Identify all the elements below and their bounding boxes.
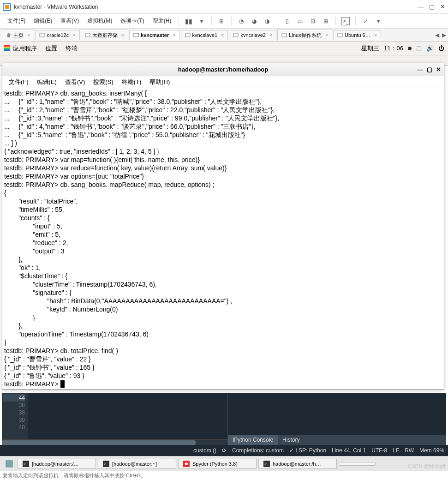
status-mode: RW — [405, 447, 414, 454]
pause-icon[interactable]: ▮▮ — [185, 17, 193, 25]
terminal-window: hadoop@master:/home/hadoop — ▢ ✕ 文件(F) 编… — [2, 63, 444, 390]
line-number: 39 — [3, 416, 25, 424]
tab-ipython-console[interactable]: IPython Console — [228, 435, 278, 445]
svg-rect-7 — [282, 33, 287, 37]
tab-next-icon[interactable]: ▶ — [442, 32, 446, 38]
cursor-icon — [60, 380, 65, 388]
line-number: 44 — [3, 394, 25, 402]
vmware-menubar: 文件(F) 编辑(E) 查看(V) 虚拟机(M) 选项卡(T) 帮助(H) ▮▮… — [0, 14, 448, 29]
vm-icon — [281, 32, 287, 38]
terminal-title-text: hadoop@master:/home/hadoop — [178, 66, 268, 73]
spyder-panels: 44 38 38 39 40 IPython Console History — [2, 393, 446, 445]
tab-bigdata[interactable]: 大数据存储 × — [81, 30, 128, 41]
network-icon[interactable]: ⬚ — [416, 45, 422, 52]
menu-tabs[interactable]: 选项卡(T) — [117, 15, 148, 27]
term-menu-search[interactable]: 搜索(S) — [90, 77, 117, 87]
tab-history[interactable]: History — [278, 435, 304, 445]
close-icon[interactable]: × — [374, 32, 377, 38]
console-tabs: IPython Console History — [228, 435, 446, 445]
send-keys-icon[interactable]: ⊞ — [217, 17, 226, 25]
status-completions[interactable]: Completions: custom — [232, 447, 284, 454]
status-lsp[interactable]: LSP: Python — [289, 447, 326, 454]
terminal-maximize-button[interactable]: ▢ — [427, 66, 432, 73]
tab-home[interactable]: 主页 × — [2, 30, 34, 41]
svg-rect-10 — [4, 47, 10, 48]
tab-ubuntu[interactable]: Ubuntu 6… × — [333, 30, 381, 40]
close-icon[interactable]: × — [27, 32, 30, 38]
maximize-button[interactable]: ▢ — [429, 3, 435, 10]
show-desktop-icon[interactable] — [3, 460, 16, 468]
tab-oracle12c[interactable]: oracle12c × — [35, 30, 79, 40]
volume-icon[interactable]: 🔊 — [426, 45, 434, 52]
tab-label: kvncmaster — [141, 32, 169, 38]
horizontal-scrollbar[interactable] — [2, 439, 227, 445]
term-menu-help[interactable]: 帮助(H) — [146, 77, 173, 87]
dropdown-icon[interactable]: ▾ — [197, 17, 206, 25]
menu-help[interactable]: 帮助(H) — [149, 15, 175, 27]
close-icon[interactable]: × — [325, 32, 328, 38]
scrollbar-thumb[interactable] — [2, 440, 196, 445]
fullscreen-icon[interactable]: ⤢ — [361, 17, 370, 25]
close-icon[interactable]: × — [173, 32, 175, 38]
tab-kvncslave1[interactable]: kvncslave1 × — [181, 30, 228, 40]
terminal-titlebar[interactable]: hadoop@master:/home/hadoop — ▢ ✕ — [2, 63, 444, 76]
gnome-terminal[interactable]: 终端 — [66, 44, 78, 53]
tab-kvncslave2[interactable]: kvncslave2 × — [229, 30, 276, 40]
menu-vm[interactable]: 虚拟机(M) — [84, 15, 116, 27]
minimize-button[interactable]: — — [418, 3, 424, 10]
vmware-icon — [3, 3, 11, 11]
status-eol[interactable]: LF — [393, 447, 399, 454]
tab-label: Ubuntu 6… — [345, 32, 370, 38]
task-terminal-2[interactable]: >_ [hadoop@master:~] — [98, 459, 176, 469]
close-icon[interactable]: × — [121, 32, 124, 38]
terminal-icon: >_ — [263, 461, 270, 467]
close-button[interactable]: ✕ — [440, 3, 445, 10]
power-icon[interactable]: ⏻ — [438, 45, 444, 52]
menu-file[interactable]: 文件(F) — [4, 15, 29, 27]
tab-prev-icon[interactable]: ◀ — [435, 32, 439, 38]
menu-edit[interactable]: 编辑(E) — [30, 15, 56, 27]
term-menu-terminal[interactable]: 终端(T) — [118, 77, 145, 87]
terminal-close-button[interactable]: ✕ — [436, 66, 441, 73]
tab-linux[interactable]: Linux操作系统 × — [277, 30, 332, 41]
task-terminal-1[interactable]: >_ [hadoop@master:/… — [18, 459, 96, 469]
dropdown2-icon[interactable]: ▾ — [374, 17, 382, 25]
close-icon[interactable]: × — [269, 32, 272, 38]
svg-text:>_: >_ — [24, 462, 29, 466]
gnome-applications[interactable]: 应用程序 — [13, 44, 37, 53]
task-blank[interactable] — [339, 462, 376, 466]
gnome-places[interactable]: 位置 — [45, 44, 57, 53]
term-menu-edit[interactable]: 编辑(E) — [33, 77, 60, 87]
layout4-icon[interactable]: ⊞ — [322, 17, 330, 25]
terminal-body[interactable]: testdb: PRIMARY> db. sang_books. insertM… — [2, 88, 444, 389]
task-spyder[interactable]: Spyder (Python 3.8) — [178, 459, 257, 469]
svg-text:>_: >_ — [104, 462, 109, 466]
snapshot-revert-icon[interactable]: ◑ — [263, 17, 271, 25]
status-encoding[interactable]: UTF-8 — [371, 447, 387, 454]
applications-icon — [4, 45, 10, 52]
snapshot-manage-icon[interactable]: ◕ — [250, 17, 258, 25]
layout3-icon[interactable]: ⊡ — [309, 17, 317, 25]
term-menu-view[interactable]: 查看(V) — [61, 77, 89, 87]
close-icon[interactable]: × — [72, 32, 75, 38]
tab-kvncmaster[interactable]: kvncmaster × — [129, 30, 180, 40]
status-interpreter[interactable]: custom () — [193, 447, 216, 454]
window-title: kvncmaster - VMware Workstation — [14, 4, 418, 10]
task-terminal-3[interactable]: >_ hadoop@master:/h… — [258, 459, 337, 469]
menu-view[interactable]: 查看(V) — [57, 15, 83, 27]
tab-label: oracle12c — [47, 32, 69, 38]
snapshot-icon[interactable]: ◔ — [237, 17, 245, 25]
layout2-icon[interactable]: ▭ — [296, 17, 304, 25]
tab-label: 大数据存储 — [92, 32, 118, 39]
console-output[interactable] — [228, 393, 446, 435]
sync-icon[interactable]: ⟳ — [222, 447, 227, 454]
close-icon[interactable]: × — [221, 32, 224, 38]
vm-icon — [337, 32, 343, 38]
console-icon[interactable]: >_ — [341, 17, 350, 25]
editor-content[interactable] — [28, 393, 227, 439]
svg-rect-6 — [233, 33, 238, 37]
status-position: Line 44, Col 1 — [332, 447, 366, 454]
layout1-icon[interactable]: ▯ — [283, 17, 291, 25]
term-menu-file[interactable]: 文件(F) — [5, 77, 32, 87]
terminal-minimize-button[interactable]: — — [417, 66, 423, 73]
